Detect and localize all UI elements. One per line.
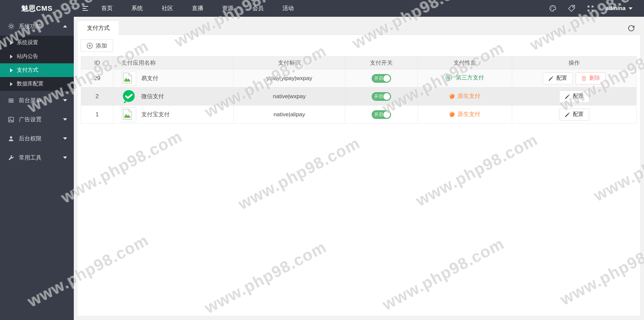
chevron-up-icon bbox=[63, 25, 67, 27]
top-menu: 首页 系统 社区 直播 资源 会员 活动 bbox=[92, 0, 303, 17]
nav-item-live[interactable]: 直播 bbox=[182, 0, 213, 17]
payment-name: 易支付 bbox=[141, 74, 158, 82]
cell-id: 29 bbox=[81, 69, 113, 87]
nav-item-resource[interactable]: 资源 bbox=[213, 0, 243, 17]
orange-dot-icon bbox=[449, 112, 454, 117]
sidebar-item-label: 支付方式 bbox=[17, 67, 38, 74]
nav-item-community[interactable]: 社区 bbox=[152, 0, 182, 17]
user-icon bbox=[8, 135, 15, 142]
sidebar-item-label: 站内公告 bbox=[17, 53, 38, 60]
sidebar-section-label: 系统功能 bbox=[19, 22, 42, 30]
col-header-app-name: 支付应用名称 bbox=[113, 57, 234, 69]
tab-payment-methods[interactable]: 支付方式 bbox=[78, 21, 119, 35]
nature-badge: 原生支付 bbox=[449, 92, 480, 100]
sidebar-submenu: 系统设置 站内公告 支付方式 数据库配置 bbox=[0, 36, 74, 91]
sidebar-item-database-config[interactable]: 数据库配置 bbox=[0, 77, 74, 91]
delete-button[interactable]: 删除 bbox=[576, 72, 606, 84]
payment-switch-toggle[interactable]: 开启 bbox=[372, 74, 391, 83]
fullscreen-icon[interactable] bbox=[587, 5, 594, 12]
nav-item-activity[interactable]: 活动 bbox=[273, 0, 303, 17]
tab-bar: 支付方式 bbox=[78, 21, 640, 35]
cell-id: 2 bbox=[81, 87, 113, 106]
add-button-label: 添加 bbox=[96, 42, 107, 50]
app-logo: 魅思CMS bbox=[0, 0, 74, 17]
nav-item-member[interactable]: 会员 bbox=[243, 0, 273, 17]
payment-name: 支付宝支付 bbox=[141, 111, 170, 118]
sidebar-item-label: 系统设置 bbox=[17, 39, 38, 46]
table-row: 1 bbox=[81, 106, 637, 124]
chevron-down-icon bbox=[63, 137, 67, 140]
table-row: 2 bbox=[81, 87, 637, 106]
sidebar-section-common-tools[interactable]: 常用工具 bbox=[0, 148, 74, 167]
switch-knob bbox=[383, 93, 390, 100]
refresh-icon[interactable] bbox=[627, 24, 635, 32]
user-menu[interactable]: admina bbox=[605, 5, 633, 12]
pencil-icon bbox=[565, 112, 570, 117]
switch-knob bbox=[383, 75, 390, 82]
chevron-down-icon bbox=[629, 7, 633, 10]
nature-label: 原生支付 bbox=[458, 92, 480, 100]
cube-circle-icon bbox=[445, 74, 452, 81]
switch-label: 开启 bbox=[374, 93, 383, 100]
wechat-pay-icon bbox=[121, 89, 136, 104]
payment-switch-toggle[interactable]: 开启 bbox=[372, 110, 391, 119]
add-button[interactable]: 添加 bbox=[80, 39, 113, 52]
sidebar-section-admin-permissions[interactable]: 后台权限 bbox=[0, 129, 74, 148]
theme-palette-icon[interactable] bbox=[549, 5, 556, 12]
sidebar-section-ad-settings[interactable]: 广告设置 bbox=[0, 110, 74, 129]
admin-screen: 魅思CMS 首页 系统 社区 直播 资源 会员 活动 bbox=[0, 0, 644, 320]
top-navbar: 魅思CMS 首页 系统 社区 直播 资源 会员 活动 bbox=[0, 0, 644, 17]
chevron-down-icon bbox=[63, 99, 67, 102]
orange-dot-icon bbox=[449, 93, 454, 99]
ad-image-icon bbox=[8, 116, 15, 123]
col-header-nature: 支付性质 bbox=[418, 57, 512, 69]
sidebar: 系统功能 系统设置 站内公告 支付方式 数据库配置 bbox=[0, 17, 74, 320]
sidebar-collapse-icon[interactable] bbox=[74, 6, 92, 11]
nature-label: 第三方支付 bbox=[455, 74, 484, 81]
nav-item-system[interactable]: 系统 bbox=[122, 0, 152, 17]
table-row: 29 bbox=[81, 69, 637, 87]
sidebar-section-label: 常用工具 bbox=[19, 154, 42, 162]
col-header-identifier: 支付标识 bbox=[234, 57, 345, 69]
config-button[interactable]: 配置 bbox=[543, 72, 573, 84]
wrench-icon bbox=[8, 154, 15, 161]
col-header-id: ID bbox=[81, 57, 113, 69]
delete-button-label: 删除 bbox=[589, 75, 600, 82]
nature-label: 原生支付 bbox=[458, 110, 480, 118]
switch-label: 开启 bbox=[374, 75, 383, 81]
sidebar-section-system-functions[interactable]: 系统功能 bbox=[0, 17, 74, 36]
main-content: 支付方式 添加 bbox=[74, 17, 644, 320]
nature-badge: 第三方支付 bbox=[445, 74, 484, 81]
pencil-icon bbox=[548, 76, 554, 81]
triangle-icon bbox=[10, 55, 13, 59]
nav-item-home[interactable]: 首页 bbox=[92, 0, 122, 17]
sidebar-section-label: 广告设置 bbox=[19, 116, 42, 123]
toolbar: 添加 bbox=[78, 35, 640, 52]
sidebar-item-payment-methods[interactable]: 支付方式 bbox=[0, 63, 74, 77]
cell-identifier: native|alipay bbox=[234, 106, 345, 124]
payment-name: 微信支付 bbox=[141, 92, 164, 100]
cell-id: 1 bbox=[81, 106, 113, 124]
sidebar-item-label: 数据库配置 bbox=[17, 80, 44, 87]
switch-label: 开启 bbox=[374, 112, 383, 118]
payment-switch-toggle[interactable]: 开启 bbox=[372, 92, 391, 101]
sidebar-section-label: 前台菜单 bbox=[19, 97, 42, 104]
config-button[interactable]: 配置 bbox=[559, 90, 589, 103]
tag-icon[interactable] bbox=[568, 5, 575, 12]
triangle-icon bbox=[10, 68, 13, 72]
plus-circle-icon bbox=[87, 43, 93, 49]
triangle-icon bbox=[10, 82, 13, 86]
sidebar-item-system-settings[interactable]: 系统设置 bbox=[0, 36, 74, 50]
chevron-down-icon bbox=[63, 156, 67, 159]
config-button[interactable]: 配置 bbox=[559, 109, 589, 121]
gear-icon bbox=[8, 23, 15, 30]
broken-image-placeholder bbox=[121, 71, 136, 86]
content-card: 添加 ID 支付应用名称 支付标识 支付开关 支付性质 bbox=[78, 35, 640, 316]
chevron-down-icon bbox=[63, 118, 67, 121]
triangle-icon bbox=[10, 41, 13, 45]
config-button-label: 配置 bbox=[573, 111, 584, 118]
nature-badge: 原生支付 bbox=[449, 110, 480, 118]
sidebar-item-site-announcement[interactable]: 站内公告 bbox=[0, 50, 74, 63]
sidebar-section-front-menu[interactable]: 前台菜单 bbox=[0, 91, 74, 110]
payment-table: ID 支付应用名称 支付标识 支付开关 支付性质 操作 29 bbox=[81, 56, 637, 124]
